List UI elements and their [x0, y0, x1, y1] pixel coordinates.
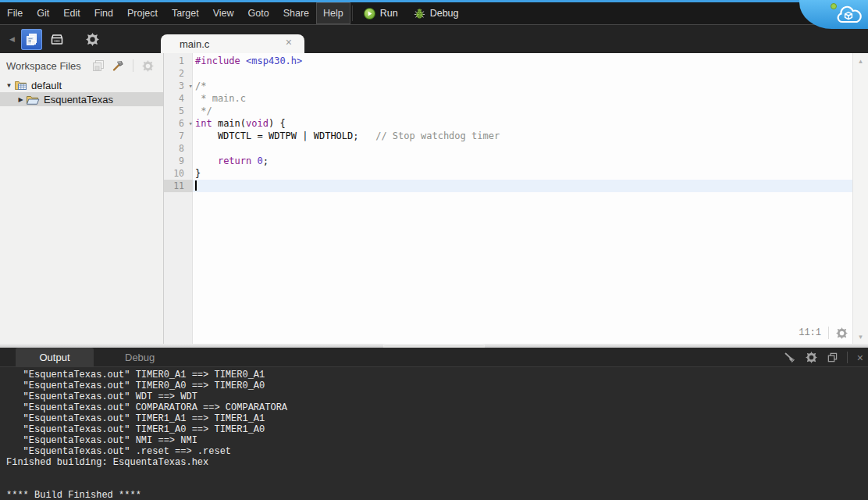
editor-settings-gear-icon[interactable] [836, 327, 848, 339]
code-line-text: * main.c [193, 92, 852, 105]
menu-item-goto[interactable]: Goto [241, 2, 276, 24]
sidebar-header: Workspace Files [0, 53, 163, 78]
code-line-3[interactable]: 3▾/* [164, 80, 852, 92]
workspace-folder-icon [14, 80, 27, 91]
tab-debug[interactable]: Debug [117, 348, 162, 366]
maximize-panel-icon[interactable] [827, 352, 838, 363]
archive-toolbar-button[interactable] [47, 29, 68, 50]
code-line-text: /* [193, 80, 852, 92]
code-line-text: #include <msp430.h> [193, 55, 852, 67]
tree-item-label: EsquentaTexas [44, 94, 113, 105]
line-number: 7 [164, 130, 193, 142]
cloud-logo-icon [835, 5, 862, 25]
console-line: "EsquentaTexas.out" TIMER1_A0 ==> TIMER1… [6, 424, 868, 435]
code-line-4[interactable]: 4 * main.c [164, 92, 852, 105]
debug-label: Debug [430, 8, 459, 19]
console-line: Finished building: EsquentaTexas.hex [6, 457, 868, 468]
console-line: "EsquentaTexas.out" COMPARATORA ==> COMP… [6, 402, 868, 413]
tab-output[interactable]: Output [16, 348, 94, 366]
tree-item-default[interactable]: ▼default [0, 78, 163, 92]
sidebar-header-separator [133, 59, 133, 72]
bug-icon [414, 8, 425, 20]
code-line-7[interactable]: 7 WDTCTL = WDTPW | WDTHOLD; // Stop watc… [164, 130, 852, 142]
disclosure-collapsed-icon[interactable]: ▶ [16, 96, 25, 103]
menu-item-edit[interactable]: Edit [56, 2, 87, 24]
menu-items: FileGitEditFindProjectTargetViewGotoShar… [0, 2, 350, 24]
console-line: "EsquentaTexas.out" .reset ==> .reset [6, 446, 868, 457]
close-panel-icon[interactable]: × [857, 352, 863, 363]
code-line-text [193, 180, 852, 192]
menu-item-find[interactable]: Find [87, 2, 120, 24]
code-line-1[interactable]: 1#include <msp430.h> [164, 55, 852, 67]
code-line-text [193, 67, 852, 80]
tab-label: main.c [180, 38, 209, 50]
output-settings-gear-icon[interactable] [806, 352, 817, 363]
console-line: "EsquentaTexas.out" TIMER0_A0 ==> TIMER0… [6, 380, 868, 391]
text-cursor [195, 180, 197, 191]
code-line-text [193, 142, 852, 155]
workspace-files-toolbar-button[interactable] [21, 29, 42, 50]
menu-item-file[interactable]: File [0, 2, 30, 24]
scroll-down-icon[interactable]: ▾ [853, 333, 868, 341]
code-line-text: */ [193, 105, 852, 117]
code-line-text: WDTCTL = WDTPW | WDTHOLD; // Stop watchd… [193, 130, 852, 142]
line-number: 9 [164, 155, 193, 167]
line-number: 1 [164, 55, 193, 67]
console-line [6, 479, 868, 490]
menu-item-project[interactable]: Project [120, 2, 165, 24]
disclosure-expanded-icon[interactable]: ▼ [5, 82, 13, 89]
code-line-5[interactable]: 5 */ [164, 105, 852, 117]
close-tab-icon[interactable]: × [286, 36, 292, 48]
tab-main-c[interactable]: main.c × [161, 34, 304, 53]
preferences-toolbar-button[interactable] [82, 29, 103, 50]
output-panel: Output Debug × "EsquentaTexas.out" TIMER… [0, 348, 868, 500]
open-folder-icon [26, 95, 40, 105]
code-line-8[interactable]: 8 [164, 142, 852, 155]
code-line-10[interactable]: 10} [164, 167, 852, 180]
editor-scrollbar[interactable]: ▴ ▾ [852, 53, 868, 344]
fold-arrow-icon[interactable]: ▾ [189, 117, 193, 130]
line-number: 3▾ [164, 80, 193, 92]
console-line: **** Build Finished **** [6, 490, 868, 500]
console-line: "EsquentaTexas.out" WDT ==> WDT [6, 391, 868, 402]
line-number: 5 [164, 105, 193, 117]
run-label: Run [380, 8, 398, 19]
run-button[interactable]: Run [356, 2, 406, 24]
menubar: FileGitEditFindProjectTargetViewGotoShar… [0, 2, 868, 25]
sidebar-settings-gear-icon[interactable] [142, 60, 154, 72]
menu-item-view[interactable]: View [206, 2, 241, 24]
console-line: "EsquentaTexas.out" TIMER1_A1 ==> TIMER1… [6, 413, 868, 424]
archive-box-icon [49, 33, 65, 46]
save-all-icon[interactable] [92, 59, 105, 72]
code-lines: 1#include <msp430.h>23▾/*4 * main.c5 */6… [164, 53, 852, 192]
code-editor[interactable]: 1#include <msp430.h>23▾/*4 * main.c5 */6… [164, 53, 868, 344]
collapse-panel-icon[interactable]: ◀ [9, 35, 15, 43]
debug-button[interactable]: Debug [406, 2, 467, 24]
menu-item-git[interactable]: Git [30, 2, 56, 24]
code-line-11[interactable]: 11 [164, 180, 852, 192]
tree-item-esquentatexas[interactable]: ▶EsquentaTexas [0, 92, 163, 106]
menu-item-help[interactable]: Help [316, 2, 350, 24]
cursor-position: 11:1 [799, 327, 821, 338]
clear-console-broom-icon[interactable] [784, 352, 796, 364]
console-line: "EsquentaTexas.out" NMI ==> NMI [6, 435, 868, 446]
main-area: Workspace Files ▼default▶ [0, 53, 868, 344]
fold-arrow-icon[interactable]: ▾ [189, 80, 193, 92]
code-line-9[interactable]: 9 return 0; [164, 155, 852, 167]
scroll-up-icon[interactable]: ▴ [853, 57, 868, 65]
output-icons-separator [847, 352, 848, 363]
line-number: 6▾ [164, 117, 193, 130]
line-number: 8 [164, 142, 193, 155]
code-line-2[interactable]: 2 [164, 67, 852, 80]
code-line-text: } [193, 167, 852, 180]
menu-item-share[interactable]: Share [276, 2, 316, 24]
gear-icon [86, 33, 99, 46]
console-line [6, 468, 868, 479]
files-stack-icon [25, 33, 38, 46]
menu-item-target[interactable]: Target [165, 2, 206, 24]
build-hammer-icon[interactable] [112, 59, 124, 72]
code-line-6[interactable]: 6▾int main(void) { [164, 117, 852, 130]
menubar-separator [352, 5, 353, 21]
build-console: "EsquentaTexas.out" TIMER0_A1 ==> TIMER0… [0, 367, 868, 500]
line-number: 11 [164, 180, 193, 192]
